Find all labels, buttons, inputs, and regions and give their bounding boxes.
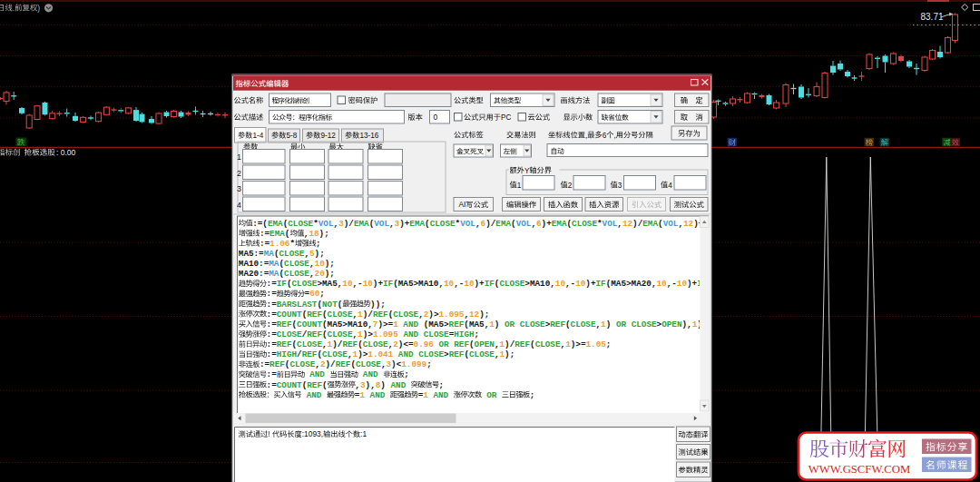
svg-text:MA5:=MA(CLOSE,5);: MA5:=MA(CLOSE,5);	[239, 249, 325, 259]
svg-text:1-4: 1-4	[252, 132, 263, 140]
svg-text:2: 2	[568, 182, 573, 190]
svg-text:=1 AND: =1 AND	[355, 390, 390, 400]
svg-text:83.71: 83.71	[921, 12, 944, 22]
svg-text:AND: AND	[358, 369, 383, 379]
svg-text::=: :=	[267, 369, 278, 379]
svg-text:0: 0	[434, 113, 438, 122]
svg-text:): )	[37, 4, 40, 13]
svg-text:.: .	[13, 4, 15, 13]
svg-text:Y: Y	[524, 167, 530, 175]
svg-text:13-16: 13-16	[359, 132, 378, 140]
svg-text:3: 3	[237, 184, 241, 193]
svg-text::=BARSLAST(NOT(: :=BARSLAST(NOT(	[267, 300, 343, 310]
svg-text:1: 1	[517, 182, 522, 190]
svg-text:,: ,	[585, 132, 587, 140]
svg-text:AND: AND	[305, 369, 330, 379]
svg-text::=CLOSE/REF(CLOSE,1)>1.095 AND: :=CLOSE/REF(CLOSE,1)>1.095 AND CLOSE=HIG…	[267, 330, 480, 339]
svg-text::=1.06*: :=1.06*	[260, 239, 295, 249]
svg-text:AI: AI	[458, 200, 466, 209]
svg-text::=EMA(: :=EMA(	[260, 229, 290, 239]
svg-text:6: 6	[603, 132, 607, 140]
svg-text:: 0.00: : 0.00	[56, 148, 76, 157]
svg-text:5-8: 5-8	[286, 132, 297, 140]
svg-text:OR: OR	[482, 390, 502, 400]
svg-text:!: !	[268, 429, 270, 438]
svg-text:;: ;	[439, 380, 445, 390]
svg-text::=REF(COUNT(MA5>MA10,7)>=1 AND: :=REF(COUNT(MA5>MA10,7)>=1 AND (MA5>REF(…	[267, 320, 708, 330]
svg-text:WWW.GSCFW.COM: WWW.GSCFW.COM	[808, 463, 911, 476]
svg-text:4: 4	[237, 201, 241, 210]
svg-text:PC: PC	[501, 113, 511, 122]
svg-text:));: ));	[370, 300, 386, 310]
svg-text::=: :=	[267, 289, 278, 299]
svg-text::=REF(CLOSE,2)/REF(CLOSE,3)<1.: :=REF(CLOSE,2)/REF(CLOSE,3)<1.099;	[260, 359, 432, 369]
svg-text::1093,: :1093,	[302, 429, 323, 438]
svg-text:4: 4	[668, 182, 672, 190]
svg-text:9-12: 9-12	[320, 132, 336, 140]
svg-text:;: ;	[404, 369, 409, 379]
svg-text::=COUNT(REF(: :=COUNT(REF(	[267, 380, 328, 390]
svg-text::=COUNT(REF(CLOSE,1)/REF(CLOSE: :=COUNT(REF(CLOSE,1)/REF(CLOSE,2)>1.095,…	[267, 310, 490, 320]
svg-text:=60;: =60;	[305, 289, 325, 299]
svg-text:;: ;	[530, 390, 535, 400]
svg-text:,3),8) AND: ,3),8) AND	[355, 380, 410, 390]
svg-text:1: 1	[237, 152, 241, 162]
svg-text:=1 AND: =1 AND	[418, 390, 454, 400]
svg-text::1: :1	[360, 429, 367, 438]
svg-text:2: 2	[237, 169, 241, 178]
svg-text:MA20:=MA(CLOSE,20);: MA20:=MA(CLOSE,20);	[239, 269, 335, 279]
svg-text::=HIGH/REF(CLOSE,1)>1.041 AND: :=HIGH/REF(CLOSE,1)>1.041 AND CLOSE>REF(…	[267, 349, 515, 359]
svg-text:,18);: ,18);	[304, 229, 329, 239]
svg-text:,: ,	[613, 132, 615, 140]
svg-text:3: 3	[618, 182, 622, 190]
svg-text:MA10:=MA(CLOSE,10);: MA10:=MA(CLOSE,10);	[239, 259, 335, 269]
svg-text::=REF(CLOSE,1)/REF(CLOSE,2)<=0: :=REF(CLOSE,1)/REF(CLOSE,2)<=0.96 OR REF…	[267, 339, 612, 349]
svg-text:AND: AND	[301, 390, 327, 400]
svg-text:;: ;	[316, 239, 321, 249]
